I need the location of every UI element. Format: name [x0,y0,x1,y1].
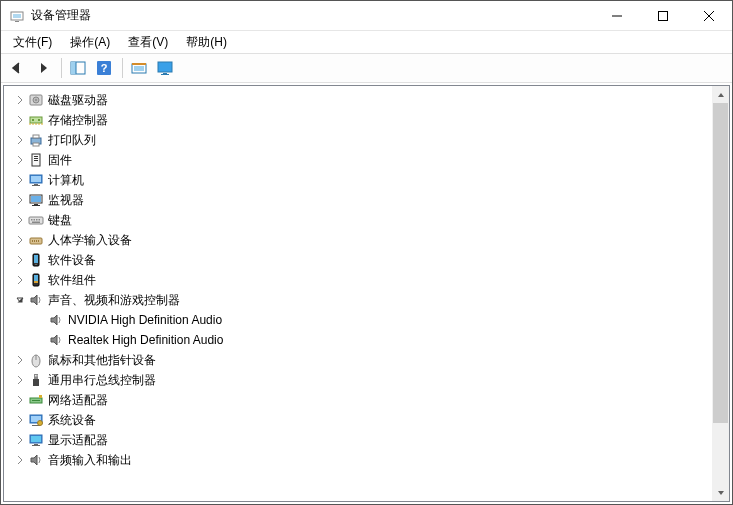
expand-chevron-icon[interactable] [12,152,28,168]
tree-item[interactable]: 计算机 [4,170,729,190]
svg-rect-71 [34,444,38,445]
tree-item[interactable]: 网络适配器 [4,390,729,410]
tree-item-label: 键盘 [48,212,72,229]
tree-item[interactable]: 通用串行总线控制器 [4,370,729,390]
tree-item-label: 声音、视频和游戏控制器 [48,292,180,309]
tree-item[interactable]: NVIDIA High Definition Audio [4,310,729,330]
expand-chevron-icon[interactable] [12,252,28,268]
help-button[interactable]: ? [92,56,116,80]
keyboard-icon [28,212,44,228]
tree-item-label: 系统设备 [48,412,96,429]
svg-rect-22 [32,119,34,121]
tree-item[interactable]: 系统设备 [4,410,729,430]
tree-item-label: 存储控制器 [48,112,108,129]
expand-chevron-icon[interactable] [12,132,28,148]
tree-item[interactable]: Realtek High Definition Audio [4,330,729,350]
svg-rect-34 [32,185,40,186]
menu-view[interactable]: 查看(V) [120,32,176,53]
tree-item[interactable]: 鼠标和其他指针设备 [4,350,729,370]
tree-item-label: 打印队列 [48,132,96,149]
tree-item[interactable]: 打印队列 [4,130,729,150]
svg-rect-2 [15,21,19,22]
expand-chevron-icon[interactable] [12,212,28,228]
menu-file[interactable]: 文件(F) [5,32,60,53]
expand-chevron-icon[interactable] [12,112,28,128]
svg-rect-64 [39,395,42,398]
tree-item-label: 计算机 [48,172,84,189]
sound-icon [48,332,64,348]
menu-help[interactable]: 帮助(H) [178,32,235,53]
tree-item[interactable]: 固件 [4,150,729,170]
collapse-chevron-icon[interactable] [12,292,28,308]
svg-text:?: ? [101,62,108,74]
expand-chevron-icon[interactable] [12,432,28,448]
back-button[interactable] [5,56,29,80]
svg-rect-51 [34,255,38,263]
expand-chevron-icon[interactable] [12,372,28,388]
window-title: 设备管理器 [31,7,594,24]
tree-pane: 磁盘驱动器存储控制器打印队列固件计算机监视器键盘人体学输入设备软件设备软件组件声… [3,85,730,502]
scrollbar-up-button[interactable] [712,86,729,103]
svg-rect-23 [38,119,40,121]
expand-chevron-icon[interactable] [12,272,28,288]
show-hide-console-tree-button[interactable] [66,56,90,80]
svg-rect-48 [36,240,37,242]
expand-chevron-icon[interactable] [12,412,28,428]
tree-item[interactable]: 监视器 [4,190,729,210]
scrollbar-down-button[interactable] [712,484,729,501]
expand-chevron-icon[interactable] [12,392,28,408]
scrollbar-thumb[interactable] [713,103,728,423]
tree-item[interactable]: 音频输入和输出 [4,450,729,470]
svg-rect-72 [32,445,40,446]
tree-item[interactable]: 声音、视频和游戏控制器 [4,290,729,310]
tree-item[interactable]: 软件设备 [4,250,729,270]
menu-action[interactable]: 操作(A) [62,32,118,53]
expand-chevron-icon[interactable] [12,352,28,368]
expand-chevron-icon[interactable] [12,232,28,248]
tree-item[interactable]: 键盘 [4,210,729,230]
expand-chevron-icon[interactable] [12,192,28,208]
expand-chevron-icon[interactable] [12,92,28,108]
toolbar-separator [61,58,62,78]
svg-rect-16 [163,73,167,74]
scan-hardware-button[interactable] [127,56,151,80]
tree-item[interactable]: 磁盘驱动器 [4,90,729,110]
monitor-icon [28,192,44,208]
svg-rect-36 [31,196,41,202]
tree-item-label: 软件设备 [48,252,96,269]
tree-item-label: 固件 [48,152,72,169]
firmware-icon [28,152,44,168]
system-icon [28,412,44,428]
tree-item[interactable]: 显示适配器 [4,430,729,450]
close-button[interactable] [686,1,732,30]
titlebar: 设备管理器 [1,1,732,31]
svg-rect-49 [38,240,39,242]
vertical-scrollbar[interactable] [712,86,729,501]
tree-item[interactable]: 存储控制器 [4,110,729,130]
svg-rect-47 [34,240,35,242]
minimize-button[interactable] [594,1,640,30]
network-icon [28,392,44,408]
svg-rect-33 [34,184,38,185]
expand-chevron-icon[interactable] [12,452,28,468]
tree-item-label: Realtek High Definition Audio [68,333,223,347]
tree-item-label: 音频输入和输出 [48,452,132,469]
expand-chevron-icon[interactable] [12,172,28,188]
app-icon [9,8,25,24]
svg-rect-17 [161,74,169,75]
forward-button[interactable] [31,56,55,80]
svg-rect-44 [32,222,40,224]
tree-item[interactable]: 软件组件 [4,270,729,290]
svg-rect-21 [30,117,42,123]
tree-item-label: 人体学输入设备 [48,232,132,249]
device-tree[interactable]: 磁盘驱动器存储控制器打印队列固件计算机监视器键盘人体学输入设备软件设备软件组件声… [4,86,729,501]
svg-rect-29 [34,158,38,159]
monitor-icon-button[interactable] [153,56,177,80]
audio-io-icon [28,452,44,468]
tree-item[interactable]: 人体学输入设备 [4,230,729,250]
tree-item-label: 通用串行总线控制器 [48,372,156,389]
tree-item-label: 软件组件 [48,272,96,289]
svg-rect-70 [31,436,41,442]
svg-rect-60 [35,375,36,377]
maximize-button[interactable] [640,1,686,30]
